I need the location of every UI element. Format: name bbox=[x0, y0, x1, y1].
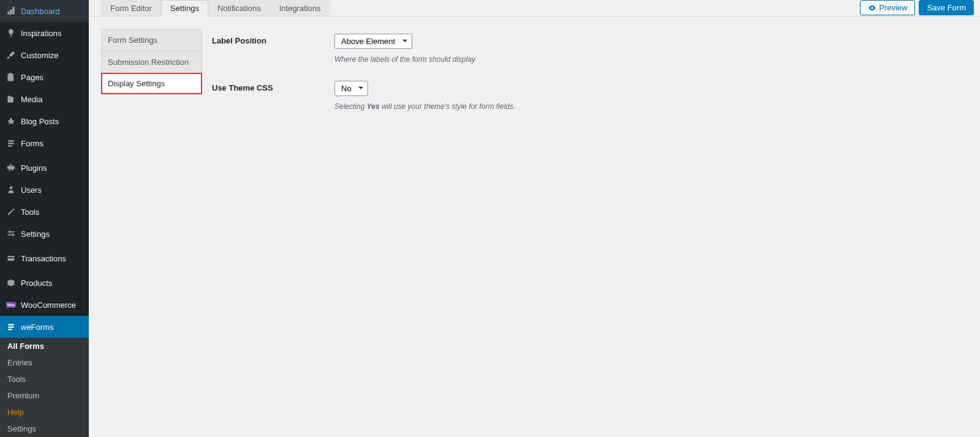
submenu-premium[interactable]: Premium bbox=[0, 387, 89, 404]
sidebar-label: Settings bbox=[21, 230, 50, 239]
sidebar-label: Plugins bbox=[21, 163, 47, 173]
settings-subtabs: Form Settings Submission Restriction Dis… bbox=[101, 29, 202, 128]
label-position-hint: Where the labels of the form should disp… bbox=[334, 55, 968, 64]
admin-sidebar: Dashboard Inspirations Customize Pages M… bbox=[0, 0, 89, 437]
dashboard-icon bbox=[5, 5, 17, 17]
main-content: Form Editor Settings Notifications Integ… bbox=[89, 0, 980, 437]
tab-settings[interactable]: Settings bbox=[161, 0, 208, 17]
lightbulb-icon bbox=[5, 27, 17, 39]
field-use-theme-css: Use Theme CSS No Selecting Yes will use … bbox=[212, 81, 968, 111]
subtab-form-settings[interactable]: Form Settings bbox=[101, 29, 202, 51]
user-icon bbox=[5, 184, 17, 196]
sidebar-item-weforms[interactable]: weForms bbox=[0, 316, 89, 338]
pin-icon bbox=[5, 115, 17, 127]
sidebar-item-users[interactable]: Users bbox=[0, 179, 89, 201]
media-icon bbox=[5, 93, 17, 105]
sidebar-label: Users bbox=[21, 185, 42, 195]
sidebar-item-media[interactable]: Media bbox=[0, 88, 89, 110]
sidebar-label: Media bbox=[21, 95, 42, 104]
subtab-submission-restriction[interactable]: Submission Restriction bbox=[101, 51, 202, 73]
tab-notifications[interactable]: Notifications bbox=[208, 0, 270, 16]
brush-icon bbox=[5, 49, 17, 61]
sidebar-label: Customize bbox=[21, 51, 58, 60]
submenu-tools[interactable]: Tools bbox=[0, 371, 89, 387]
submenu-settings[interactable]: Settings bbox=[0, 420, 89, 437]
preview-button[interactable]: Preview bbox=[860, 0, 915, 15]
svg-rect-2 bbox=[7, 257, 14, 258]
weforms-submenu: All Forms Entries Tools Premium Help Set… bbox=[0, 338, 89, 437]
label-position-select[interactable]: Above Element bbox=[334, 34, 412, 49]
submenu-all-forms[interactable]: All Forms bbox=[0, 338, 89, 354]
sidebar-label: Products bbox=[21, 278, 52, 288]
sidebar-item-customize[interactable]: Customize bbox=[0, 44, 89, 66]
woo-icon: Woo bbox=[5, 299, 17, 311]
sidebar-item-forms[interactable]: Forms bbox=[0, 132, 89, 154]
settings-panel: Label Position Above Element Where the l… bbox=[212, 29, 968, 128]
sidebar-label: Blog Posts bbox=[21, 117, 59, 126]
sidebar-item-dashboard[interactable]: Dashboard bbox=[0, 0, 89, 22]
sidebar-item-blog-posts[interactable]: Blog Posts bbox=[0, 110, 89, 132]
sidebar-item-tools[interactable]: Tools bbox=[0, 201, 89, 223]
sidebar-label: Inspirations bbox=[21, 29, 61, 38]
box-icon bbox=[5, 277, 17, 289]
use-theme-css-hint: Selecting Yes will use your theme's styl… bbox=[334, 102, 968, 111]
weforms-icon bbox=[5, 321, 17, 333]
label-position-label: Label Position bbox=[212, 34, 334, 45]
sidebar-item-inspirations[interactable]: Inspirations bbox=[0, 22, 89, 44]
wrench-icon bbox=[5, 206, 17, 218]
sidebar-label: WooCommerce bbox=[21, 301, 76, 310]
eye-icon bbox=[868, 4, 876, 12]
tab-integrations[interactable]: Integrations bbox=[270, 0, 330, 16]
sidebar-item-transactions[interactable]: Transactions bbox=[0, 247, 89, 269]
transactions-icon bbox=[5, 252, 17, 264]
sidebar-label: Tools bbox=[21, 207, 39, 217]
use-theme-css-label: Use Theme CSS bbox=[212, 81, 334, 92]
sidebar-label: weForms bbox=[21, 323, 53, 332]
subtab-display-settings[interactable]: Display Settings bbox=[101, 73, 202, 94]
svg-point-0 bbox=[10, 186, 13, 189]
sidebar-label: Transactions bbox=[21, 254, 66, 263]
submenu-entries[interactable]: Entries bbox=[0, 354, 89, 371]
plug-icon bbox=[5, 162, 17, 174]
form-icon bbox=[5, 137, 17, 149]
field-label-position: Label Position Above Element Where the l… bbox=[212, 34, 968, 64]
pages-icon bbox=[5, 71, 17, 83]
preview-label: Preview bbox=[879, 3, 907, 12]
top-tab-bar: Form Editor Settings Notifications Integ… bbox=[89, 0, 980, 17]
sidebar-label: Pages bbox=[21, 73, 43, 82]
tab-form-editor[interactable]: Form Editor bbox=[101, 0, 161, 16]
sidebar-label: Forms bbox=[21, 139, 43, 148]
sidebar-item-pages[interactable]: Pages bbox=[0, 66, 89, 88]
sliders-icon bbox=[5, 228, 17, 240]
submenu-help[interactable]: Help bbox=[0, 404, 89, 420]
sidebar-item-products[interactable]: Products bbox=[0, 272, 89, 294]
svg-text:Woo: Woo bbox=[7, 303, 15, 307]
use-theme-css-select[interactable]: No bbox=[334, 81, 368, 96]
sidebar-item-woocommerce[interactable]: Woo WooCommerce bbox=[0, 294, 89, 316]
sidebar-item-settings[interactable]: Settings bbox=[0, 223, 89, 245]
sidebar-label: Dashboard bbox=[21, 7, 60, 16]
save-form-button[interactable]: Save Form bbox=[919, 0, 974, 15]
sidebar-item-plugins[interactable]: Plugins bbox=[0, 157, 89, 179]
